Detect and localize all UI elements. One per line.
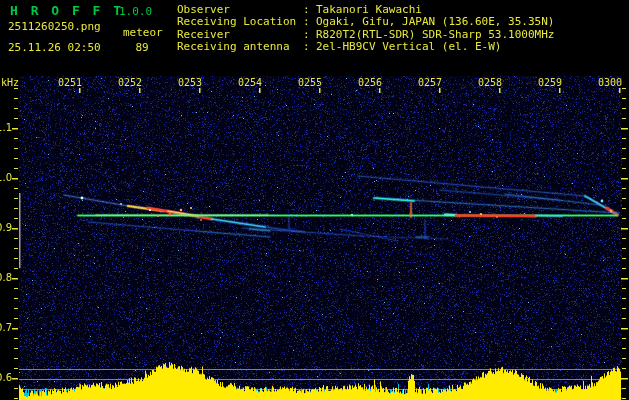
- app-version: 1.0.0: [119, 5, 152, 18]
- freq-label-0.8: 0.8: [0, 272, 12, 283]
- time-label-0255: 0255: [296, 77, 322, 88]
- info-colon: :: [303, 16, 316, 28]
- filename: 2511260250.png: [8, 20, 101, 33]
- freq-label-0.6: 0.6: [0, 372, 12, 383]
- time-label-0256: 0256: [356, 77, 382, 88]
- hrofft-screen: H R O F F T 1.0.0 2511260250.png meteor …: [0, 0, 629, 400]
- freq-axis-unit: kHz: [1, 77, 19, 88]
- mode-label: meteor: [123, 26, 163, 39]
- meteor-count: 89: [128, 41, 156, 54]
- info-value: Ogaki, Gifu, JAPAN (136.60E, 35.35N): [316, 16, 554, 28]
- time-label-0251: 0251: [56, 77, 82, 88]
- freq-label-1.0: 1.0: [0, 172, 12, 183]
- info-label: Receiving Location: [177, 16, 303, 28]
- time-label-0253: 0253: [176, 77, 202, 88]
- info-value: 2el-HB9CV Vertical (el. E-W): [316, 41, 501, 53]
- time-label-0259: 0259: [536, 77, 562, 88]
- info-row: Receiving Location:Ogaki, Gifu, JAPAN (1…: [177, 16, 554, 28]
- info-colon: :: [303, 41, 316, 53]
- datetime: 25.11.26 02:50: [8, 41, 101, 54]
- spectrogram-canvas: [0, 0, 629, 400]
- station-info: Observer:Takanori KawachiReceiving Locat…: [177, 4, 554, 54]
- time-label-0257: 0257: [416, 77, 442, 88]
- time-label-0258: 0258: [476, 77, 502, 88]
- time-label-0252: 0252: [116, 77, 142, 88]
- info-row: Receiving antenna:2el-HB9CV Vertical (el…: [177, 41, 554, 53]
- freq-label-0.9: 0.9: [0, 222, 12, 233]
- time-label-0254: 0254: [236, 77, 262, 88]
- freq-label-1.1: 1.1: [0, 122, 12, 133]
- app-title: H R O F F T: [10, 3, 124, 18]
- info-label: Receiving antenna: [177, 41, 303, 53]
- time-label-0300: 0300: [596, 77, 622, 88]
- freq-label-0.7: 0.7: [0, 322, 12, 333]
